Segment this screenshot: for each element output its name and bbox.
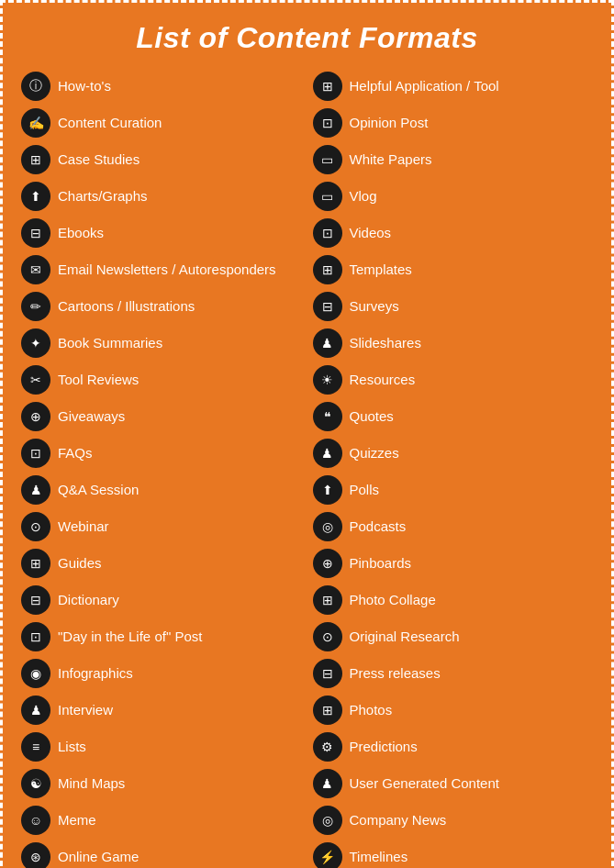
list-item: ✦Book Summaries [16,325,307,362]
cartoons-icon: ✏ [21,292,50,321]
polls-icon: ⬆ [313,475,342,505]
list-item: ⊞Photo Collage [307,582,599,618]
list-item: ☀Resources [307,362,599,398]
content-curation-icon: ✍ [21,108,50,138]
email-newsletters-icon: ✉ [21,255,50,284]
left-column: ⓘHow-to's✍Content Curation⊞Case Studies⬆… [16,68,307,868]
surveys-label: Surveys [350,297,399,316]
list-item: ❝Quotes [307,398,599,435]
giveaways-icon: ⊕ [21,402,50,431]
list-item: ☺Meme [16,802,307,839]
pinboards-label: Pinboards [350,554,412,573]
original-research-icon: ⊙ [313,622,342,651]
original-research-label: Original Research [350,628,460,646]
list-item: ⬆Polls [307,472,599,508]
list-item: ⚡Timelines [307,839,599,868]
list-item: ⊡Videos [307,215,599,251]
company-news-label: Company News [350,811,447,829]
day-in-life-icon: ⊡ [21,622,50,651]
webinar-label: Webinar [58,517,109,536]
resources-label: Resources [350,371,416,389]
quotes-icon: ❝ [313,402,342,431]
helpful-app-icon: ⊞ [313,72,342,101]
list-item: ⊙Original Research [307,618,599,655]
list-item: ☯Mind Maps [16,765,307,802]
press-releases-label: Press releases [350,664,441,683]
list-item: ⊟Press releases [307,655,599,692]
case-studies-label: Case Studies [58,150,140,169]
webinar-icon: ⊙ [21,512,50,541]
ebooks-label: Ebooks [58,224,104,242]
dictionary-label: Dictionary [58,591,119,609]
quotes-label: Quotes [350,407,394,426]
online-game-icon: ⊛ [21,842,50,868]
list-item: ⊟Ebooks [16,215,307,251]
list-item: ♟Quizzes [307,435,599,472]
surveys-icon: ⊟ [313,292,342,321]
vlog-icon: ▭ [313,182,342,211]
infographics-icon: ◉ [21,659,50,688]
list-item: ⊞Templates [307,251,599,288]
day-in-life-label: "Day in the Life of" Post [58,628,202,646]
tool-reviews-label: Tool Reviews [58,371,139,389]
list-item: ⊡FAQs [16,435,307,472]
list-item: ⊛Online Game [16,839,307,868]
vlog-label: Vlog [350,187,377,206]
guides-label: Guides [58,554,102,573]
slideshares-icon: ♟ [313,328,342,358]
list-item: ⊟Surveys [307,288,599,325]
list-item: ✂Tool Reviews [16,362,307,398]
content-curation-label: Content Curation [58,114,162,132]
list-item: ◎Company News [307,802,599,839]
list-item: ⚙Predictions [307,729,599,765]
slideshares-label: Slideshares [350,334,421,352]
white-papers-label: White Papers [350,150,432,169]
list-item: ⊞Helpful Application / Tool [307,68,599,105]
user-generated-label: User Generated Content [350,774,499,793]
templates-label: Templates [350,261,412,279]
press-releases-icon: ⊟ [313,659,342,688]
page-title: List of Content Formats [12,12,602,68]
content-grid: ⓘHow-to's✍Content Curation⊞Case Studies⬆… [12,68,602,868]
lists-icon: ≡ [21,732,50,762]
templates-icon: ⊞ [313,255,342,284]
mind-maps-icon: ☯ [21,769,50,798]
timelines-icon: ⚡ [313,842,342,868]
tool-reviews-icon: ✂ [21,365,50,395]
list-item: ♟Slideshares [307,325,599,362]
quizzes-label: Quizzes [350,444,399,462]
videos-label: Videos [350,224,392,242]
photos-label: Photos [350,701,393,719]
faqs-icon: ⊡ [21,439,50,468]
lists-label: Lists [58,738,86,756]
infographics-label: Infographics [58,664,133,683]
list-item: ♟Interview [16,692,307,729]
list-item: ⊞Guides [16,545,307,582]
meme-label: Meme [58,811,96,829]
how-tos-icon: ⓘ [21,72,50,101]
guides-icon: ⊞ [21,549,50,578]
list-item: ▭White Papers [307,141,599,178]
predictions-icon: ⚙ [313,732,342,762]
list-item: ♟User Generated Content [307,765,599,802]
list-item: ⊡Opinion Post [307,105,599,141]
list-item: ⊡"Day in the Life of" Post [16,618,307,655]
email-newsletters-label: Email Newsletters / Autoresponders [58,261,276,279]
pinboards-icon: ⊕ [313,549,342,578]
list-item: ◎Podcasts [307,508,599,545]
charts-graphs-label: Charts/Graphs [58,187,148,206]
list-item: ✉Email Newsletters / Autoresponders [16,251,307,288]
opinion-post-label: Opinion Post [350,114,429,132]
list-item: ▭Vlog [307,178,599,215]
videos-icon: ⊡ [313,218,342,248]
main-container: List of Content Formats ⓘHow-to's✍Conten… [0,0,614,868]
predictions-label: Predictions [350,738,418,756]
online-game-label: Online Game [58,848,139,866]
list-item: ≡Lists [16,729,307,765]
list-item: ⊞Case Studies [16,141,307,178]
company-news-icon: ◎ [313,806,342,835]
mind-maps-label: Mind Maps [58,774,125,793]
faqs-label: FAQs [58,444,93,462]
polls-label: Polls [350,481,380,499]
quizzes-icon: ♟ [313,439,342,468]
